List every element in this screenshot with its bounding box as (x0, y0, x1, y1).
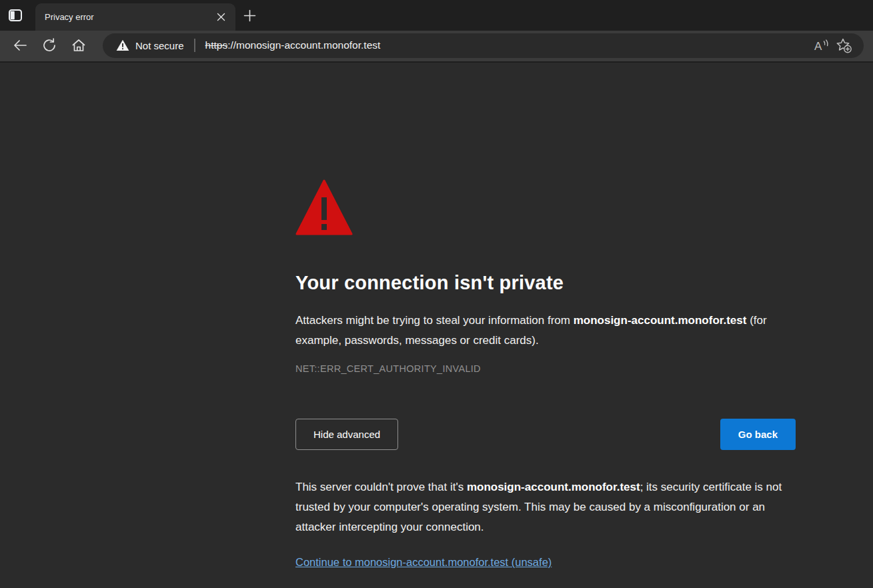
tab-actions-icon (7, 7, 24, 24)
error-code: NET::ERR_CERT_AUTHORITY_INVALID (295, 363, 796, 374)
add-favorite-button[interactable] (833, 35, 854, 56)
tab-close-button[interactable] (213, 9, 229, 25)
back-arrow-icon (13, 38, 27, 53)
tab-privacy-error[interactable]: Privacy error (35, 3, 235, 31)
plus-icon (243, 9, 256, 22)
home-icon (71, 38, 86, 53)
address-bar[interactable]: Not secure https://monosign-account.mono… (103, 33, 864, 58)
url-text: https://monosign-account.monofor.test (205, 39, 381, 51)
refresh-button[interactable] (35, 32, 64, 59)
error-page: Your connection isn't private Attackers … (0, 179, 873, 569)
tab-title: Privacy error (45, 12, 213, 22)
security-status-label: Not secure (135, 40, 184, 51)
url-rest: ://monosign-account.monofor.test (227, 39, 380, 51)
svg-text:A: A (814, 40, 822, 53)
read-aloud-icon: A (814, 38, 831, 53)
advanced-domain: monosign-account.monofor.test (467, 481, 640, 493)
back-button[interactable] (5, 32, 35, 59)
navigation-toolbar: Not secure https://monosign-account.mono… (0, 31, 873, 63)
advanced-prefix: This server couldn't prove that it's (295, 481, 467, 493)
go-back-button[interactable]: Go back (720, 419, 796, 450)
continue-unsafe-link[interactable]: Continue to monosign-account.monofor.tes… (295, 556, 552, 569)
button-row: Hide advanced Go back (295, 419, 796, 450)
page-title: Your connection isn't private (295, 272, 796, 294)
tab-strip: Privacy error (0, 0, 873, 31)
new-tab-button[interactable] (235, 1, 263, 29)
read-aloud-button[interactable]: A (812, 35, 833, 56)
hide-advanced-button[interactable]: Hide advanced (295, 419, 398, 450)
favorite-add-icon (835, 37, 852, 53)
url-scheme: https (205, 39, 228, 51)
close-icon (217, 13, 225, 21)
address-divider (194, 39, 195, 52)
warning-triangle-icon (116, 39, 129, 51)
intro-text: Attackers might be trying to steal your … (295, 311, 796, 351)
home-button[interactable] (64, 32, 93, 59)
warning-triangle-icon (295, 179, 796, 236)
tab-actions-button[interactable] (0, 0, 31, 31)
refresh-icon (42, 38, 57, 53)
intro-domain: monosign-account.monofor.test (574, 314, 747, 327)
intro-prefix: Attackers might be trying to steal your … (295, 314, 574, 327)
advanced-text: This server couldn't prove that it's mon… (295, 477, 796, 537)
